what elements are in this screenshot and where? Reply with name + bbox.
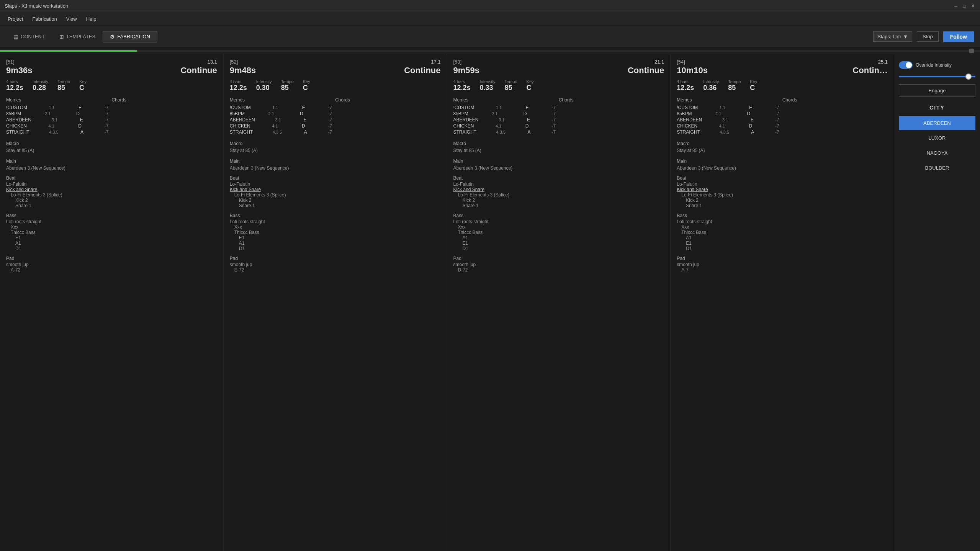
window-controls: ─ □ ✕ xyxy=(953,3,975,9)
meme-row: !CUSTOM 1.1 E -7 xyxy=(677,105,782,110)
fabrication-icon: ⚙ xyxy=(110,34,115,40)
nav-fabrication-label: FABRICATION xyxy=(117,34,150,39)
stop-button[interactable]: Stop xyxy=(917,31,939,42)
city-item-nagoya[interactable]: NAGOYA xyxy=(899,146,975,160)
city-label: CITY xyxy=(899,102,975,113)
follow-button[interactable]: Follow xyxy=(943,31,974,42)
seg-header: [51] 13.1 9m36s Continue xyxy=(6,59,217,75)
meme-row: ABERDEEN 3.1 E -7 xyxy=(677,117,782,123)
dropdown-arrow-icon: ▼ xyxy=(903,34,908,39)
right-panel: Override Intensity Engage CITY ABERDEENL… xyxy=(894,54,980,551)
meme-row: 85BPM 2.1 D -7 xyxy=(677,111,782,116)
progress-fill xyxy=(0,50,137,52)
meme-row: !CUSTOM 1.1 E -7 xyxy=(453,105,559,110)
title-bar: Slaps - XJ music workstation ─ □ ✕ xyxy=(0,0,980,12)
window-title: Slaps - XJ music workstation xyxy=(5,3,975,9)
top-nav: ▤ CONTENT ⊞ TEMPLATES ⚙ FABRICATION xyxy=(6,31,157,43)
slaps-dropdown[interactable]: Slaps: Lofi ▼ xyxy=(873,31,912,42)
meme-row: STRAIGHT 4.3.5 A -7 xyxy=(6,129,111,135)
override-label: Override Intensity xyxy=(916,62,952,68)
meme-row: STRAIGHT 4.3.5 A -7 xyxy=(230,129,335,135)
nav-templates[interactable]: ⊞ TEMPLATES xyxy=(52,31,103,43)
nav-fabrication[interactable]: ⚙ FABRICATION xyxy=(103,31,157,43)
segment-0: [51] 13.1 9m36s Continue 4 bars 12.2s In… xyxy=(0,54,224,551)
meme-row: ABERDEEN 3.1 E -7 xyxy=(453,117,559,123)
toggle-knob xyxy=(906,62,912,68)
progress-scrollbar[interactable] xyxy=(969,49,974,53)
seg-header: [52] 17.1 9m48s Continue xyxy=(230,59,441,75)
seg-header: [54] 25.1 10m10s Contin… xyxy=(677,59,888,75)
segment-1: [52] 17.1 9m48s Continue 4 bars 12.2s In… xyxy=(224,54,447,551)
meme-row: 85BPM 2.1 D -7 xyxy=(453,111,559,116)
engage-button[interactable]: Engage xyxy=(899,84,975,97)
segment-3: [54] 25.1 10m10s Contin… 4 bars 12.2s In… xyxy=(671,54,894,551)
templates-icon: ⊞ xyxy=(59,34,64,40)
maximize-button[interactable]: □ xyxy=(962,3,967,9)
content-icon: ▤ xyxy=(13,34,18,40)
meme-row: ABERDEEN 3.1 E -7 xyxy=(6,117,111,123)
meme-row: !CUSTOM 1.1 E -7 xyxy=(230,105,335,110)
minimize-button[interactable]: ─ xyxy=(953,3,959,9)
close-button[interactable]: ✕ xyxy=(970,3,975,9)
meme-row: STRAIGHT 4.3.5 A -7 xyxy=(453,129,559,135)
city-item-luxor[interactable]: LUXOR xyxy=(899,131,975,145)
nav-content-label: CONTENT xyxy=(21,34,45,39)
city-item-boulder[interactable]: BOULDER xyxy=(899,161,975,175)
main-layout: [51] 13.1 9m36s Continue 4 bars 12.2s In… xyxy=(0,54,980,551)
city-item-aberdeen[interactable]: ABERDEEN xyxy=(899,116,975,130)
override-toggle[interactable] xyxy=(899,61,913,69)
menu-project[interactable]: Project xyxy=(3,15,28,23)
intensity-slider[interactable] xyxy=(899,76,975,77)
meme-row: 85BPM 2.1 D -7 xyxy=(6,111,111,116)
slaps-label: Slaps: Lofi xyxy=(877,34,901,39)
meme-row: CHICKEN 4.1 D -7 xyxy=(453,123,559,129)
meme-row: 85BPM 2.1 D -7 xyxy=(230,111,335,116)
city-list: ABERDEENLUXORNAGOYABOULDER xyxy=(899,116,975,176)
segment-2: [53] 21.1 9m59s Continue 4 bars 12.2s In… xyxy=(447,54,671,551)
menu-bar: Project Fabrication View Help xyxy=(0,12,980,26)
progress-area xyxy=(0,47,980,54)
menu-help[interactable]: Help xyxy=(82,15,101,23)
meme-row: !CUSTOM 1.1 E -7 xyxy=(6,105,111,110)
meme-row: CHICKEN 4.1 D -7 xyxy=(230,123,335,129)
nav-content[interactable]: ▤ CONTENT xyxy=(6,31,52,43)
intensity-slider-row xyxy=(899,76,975,77)
meme-row: CHICKEN 4.1 D -7 xyxy=(6,123,111,129)
segments-area: [51] 13.1 9m36s Continue 4 bars 12.2s In… xyxy=(0,54,894,551)
meme-row: ABERDEEN 3.1 E -7 xyxy=(230,117,335,123)
slider-knob xyxy=(965,74,972,80)
menu-view[interactable]: View xyxy=(62,15,82,23)
top-bar: ▤ CONTENT ⊞ TEMPLATES ⚙ FABRICATION Slap… xyxy=(0,26,980,47)
menu-fabrication[interactable]: Fabrication xyxy=(28,15,61,23)
slaps-control: Slaps: Lofi ▼ Stop Follow xyxy=(873,31,974,42)
nav-templates-label: TEMPLATES xyxy=(66,34,95,39)
meme-row: STRAIGHT 4.3.5 A -7 xyxy=(677,129,782,135)
meme-row: CHICKEN 4.1 D -7 xyxy=(677,123,782,129)
progress-bar[interactable] xyxy=(0,50,980,52)
override-row: Override Intensity xyxy=(899,59,975,71)
seg-header: [53] 21.1 9m59s Continue xyxy=(453,59,664,75)
